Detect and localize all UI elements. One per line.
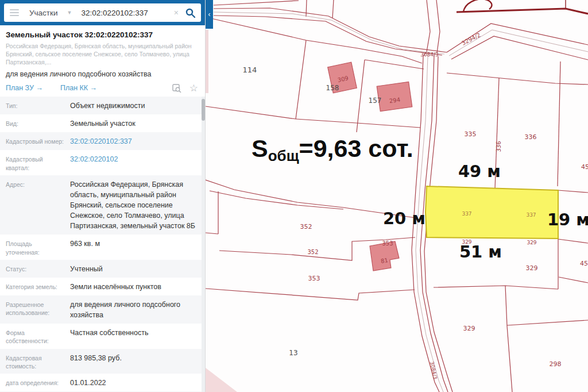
info-row-value: 01.01.2022 [70, 378, 202, 388]
parcel-label: 329 [463, 325, 475, 332]
sidebar-collapse-button[interactable]: ‹ [206, 0, 213, 29]
info-table: Тип:Объект недвижимостиВид:Земельный уча… [0, 97, 202, 392]
parcel-title: Земельный участок 32:02:0220102:337 [6, 30, 198, 39]
parcel-usage: для ведения личного подсобного хозяйства [6, 70, 198, 78]
info-row-value: Объект недвижимости [70, 101, 202, 111]
parcel-label: 336 [496, 141, 502, 152]
parcel-label: 45 [581, 163, 588, 171]
info-row-label: Площадь уточненная: [0, 239, 70, 256]
info-row-value: Частная собственность [70, 328, 202, 345]
info-row: Тип:Объект недвижимости [0, 97, 202, 114]
info-row-label: Вид: [0, 118, 70, 129]
buildings [328, 62, 412, 271]
info-row: Кадастровая стоимость:813 985,38 руб. [0, 349, 202, 374]
parcel-label: 352 [300, 223, 312, 230]
info-row-value: Учтенный [70, 264, 202, 274]
info-row-label: дата определения: [0, 378, 70, 388]
search-bar[interactable]: Участки ▼ 32:02:0220102:337 × [4, 3, 201, 22]
cadastral-map[interactable]: 1141583091572943294/23084/33084/33353363… [206, 0, 588, 392]
info-row: Форма собственности:Частная собственност… [0, 324, 202, 348]
selected-parcel-337[interactable] [425, 186, 558, 239]
total-area-label: Sобщ=9,63 сот. [252, 134, 413, 164]
info-row-value-link[interactable]: 32:02:0220102 [70, 154, 202, 171]
info-row-value: Земли населённых пунктов [70, 282, 202, 292]
parcel-label: 352 [307, 249, 318, 255]
info-row: Статус:Учтенный [0, 260, 202, 278]
info-row-value-link[interactable]: 32:02:0220102:337 [70, 136, 202, 147]
info-row-label: Кадастровый квартал: [0, 154, 70, 171]
scrollbar-thumb[interactable] [202, 99, 205, 121]
parcel-label: 3084/3 [429, 361, 438, 380]
parcel-label: 158 [326, 84, 339, 92]
search-header: Участки ▼ 32:02:0220102:337 × [0, 0, 205, 25]
result-card: Земельный участок 32:02:0220102:337 Росс… [0, 25, 205, 97]
map-corner-tint [206, 368, 237, 392]
info-row: Разрешенное использование:для ведения ли… [0, 295, 202, 324]
dimension-label: 19 м [547, 210, 588, 229]
chevron-down-icon[interactable]: ▼ [67, 10, 72, 16]
parcel-label: 353 [382, 240, 393, 247]
parcel-label: 81 [380, 257, 388, 264]
parcel-label: 329 [527, 240, 536, 245]
dimension-label: 20 м [383, 209, 425, 228]
building-294[interactable] [377, 82, 412, 111]
info-row-label: Форма собственности: [0, 328, 70, 345]
plan-kk-link[interactable]: План КК → [60, 84, 97, 92]
info-row: Кадастровый квартал:32:02:0220102 [0, 150, 202, 175]
info-row: Категория земель:Земли населённых пункто… [0, 278, 202, 295]
favorite-star-icon[interactable]: ☆ [189, 83, 198, 93]
info-row-value: 963 кв. м [70, 239, 202, 256]
map-canvas[interactable]: 1141583091572943294/23084/33084/33353363… [206, 0, 588, 392]
info-row-value: для ведения личного подсобного хозяйства [70, 299, 202, 320]
parcel-label: 3084/3 [420, 52, 439, 57]
info-row-label: Кадастровая стоимость: [0, 353, 70, 370]
info-row: дата определения:01.01.2022 [0, 374, 202, 391]
info-row-label: Статус: [0, 264, 70, 274]
info-row-value: Российская Федерация, Брянская область, … [70, 179, 202, 232]
search-icon[interactable] [185, 8, 195, 18]
parcel-label: 114 [243, 66, 257, 74]
sidebar: Участки ▼ 32:02:0220102:337 × Земельный … [0, 0, 206, 392]
info-row: Кадастровый номер:32:02:0220102:337 [0, 132, 202, 150]
parcel-label: 329 [526, 264, 538, 272]
info-row-label: Категория земель: [0, 282, 70, 292]
info-row: Вид:Земельный участок [0, 114, 202, 132]
parcel-label: 337 [526, 212, 536, 218]
preview-on-map-icon[interactable] [172, 84, 181, 93]
info-row: Адрес:Российская Федерация, Брянская обл… [0, 175, 202, 235]
plan-zu-link[interactable]: План ЗУ → [6, 84, 43, 92]
dimension-label: 49 м [458, 162, 501, 181]
parcel-label: 335 [465, 130, 477, 138]
info-row-value: 813 985,38 руб. [70, 353, 202, 370]
clear-icon[interactable]: × [174, 8, 179, 17]
info-row-label: Тип: [0, 101, 70, 111]
scrollbar-track[interactable] [202, 97, 205, 392]
search-category-dropdown[interactable]: Участки [29, 9, 58, 17]
info-row-value: Земельный участок [70, 118, 202, 129]
parcel-address-preview: Российская Федерация, Брянская область, … [6, 42, 198, 67]
info-row: Площадь уточненная:963 кв. м [0, 235, 202, 259]
info-row-label: Разрешенное использование: [0, 299, 70, 320]
parcel-label: 336 [525, 133, 537, 141]
map-edge-tint [206, 30, 208, 93]
dimension-label: 51 м [459, 242, 502, 262]
parcel-label: 298 [550, 360, 562, 368]
info-row-label: Адрес: [0, 179, 70, 232]
info-row-label: Кадастровый номер: [0, 136, 70, 147]
parcel-label: 337 [462, 211, 471, 217]
menu-icon[interactable] [10, 9, 19, 16]
parcel-label: 13 [289, 349, 297, 357]
parcel-label: 157 [369, 97, 382, 105]
plan-links: План ЗУ → План КК → ☆ [6, 83, 198, 93]
thick-boundary [457, 0, 588, 14]
parcel-label: 45 [580, 260, 588, 267]
parcel-label: 353 [308, 275, 320, 282]
app-window: Участки ▼ 32:02:0220102:337 × Земельный … [0, 0, 588, 392]
search-input[interactable]: 32:02:0220102:337 [81, 9, 173, 17]
